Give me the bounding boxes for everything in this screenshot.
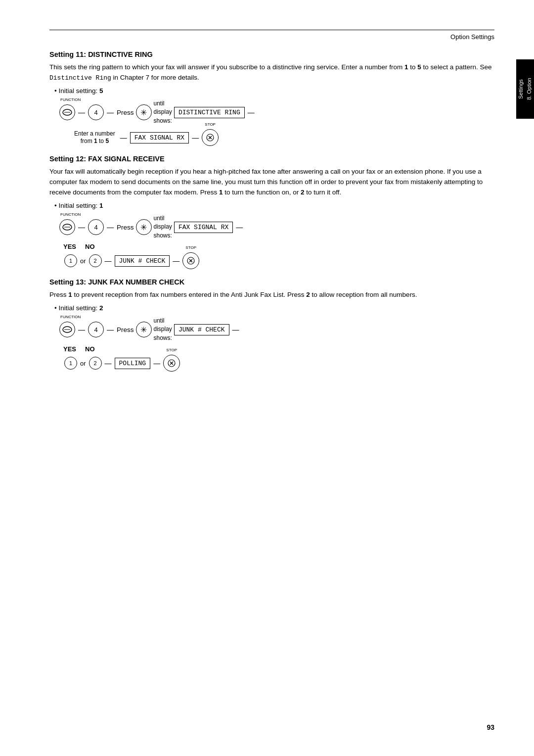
- setting12-or: or: [80, 257, 86, 265]
- page-number: 93: [487, 723, 494, 731]
- setting13-btn1: 1: [64, 357, 77, 370]
- setting11-stop-btn: [202, 129, 219, 146]
- setting11-display-box1: DISTINCTIVE RING: [174, 107, 245, 118]
- setting13-section: Setting 13: JUNK FAX NUMBER CHECK Press …: [49, 278, 494, 372]
- setting11-section: Setting 11: DISTINCTIVE RING This sets t…: [49, 50, 494, 146]
- stop-icon2: [186, 256, 195, 265]
- setting12-section: Setting 12: FAX SIGNAL RECEIVE Your fax …: [49, 155, 494, 269]
- setting12-row2: 1 or 2 — JUNK # CHECK — STOP: [64, 252, 494, 269]
- setting11-stop-container: STOP: [202, 129, 219, 146]
- setting12-yes: YES: [63, 243, 76, 250]
- setting11-enter-label: Enter a number from 1 to 5: [74, 130, 115, 145]
- setting13-stop-container: STOP: [163, 355, 180, 372]
- setting11-diagram: FUNCTION — 4 — Press ✳: [59, 99, 494, 146]
- setting13-heading: Setting 13: JUNK FAX NUMBER CHECK: [49, 278, 494, 286]
- setting13-btn4: 4: [88, 322, 104, 337]
- setting13-func-group: FUNCTION: [59, 322, 75, 337]
- setting11-body: This sets the ring pattern to which your…: [49, 62, 494, 83]
- setting12-body: Your fax will automatically begin recept…: [49, 167, 494, 198]
- setting12-star-btn: ✳: [136, 219, 152, 235]
- setting12-stop-container: STOP: [182, 252, 199, 269]
- setting13-uds: until display shows:: [154, 317, 172, 342]
- setting11-initial: • Initial setting: 5: [54, 87, 494, 94]
- setting12-uds: until display shows:: [154, 214, 172, 240]
- dash4: —: [120, 134, 127, 142]
- setting12-press-label: Press: [117, 224, 134, 231]
- setting11-func-group: FUNCTION: [59, 104, 75, 120]
- setting12-yesno: YES NO: [63, 243, 494, 250]
- setting12-func-group: FUNCTION: [59, 219, 75, 235]
- setting13-press-label: Press: [117, 326, 134, 333]
- side-tab-line2: Settings: [518, 79, 524, 99]
- setting13-yes: YES: [63, 345, 76, 353]
- setting13-body: Press 1 to prevent reception from fax nu…: [49, 290, 494, 300]
- header-line: [49, 30, 494, 30]
- setting11-row1: FUNCTION — 4 — Press ✳: [59, 99, 494, 125]
- setting11-star-btn: ✳: [136, 104, 152, 120]
- setting12-display-box2: JUNK # CHECK: [115, 255, 170, 267]
- setting12-display-box1: FAX SIGNAL RX: [174, 222, 233, 233]
- func-icon: [62, 109, 72, 116]
- setting13-stop-label: STOP: [166, 348, 177, 352]
- page-container: Settings 8. Option Option Settings Setti…: [0, 0, 534, 756]
- setting12-initial: • Initial setting: 1: [54, 202, 494, 209]
- setting11-stop-label: STOP: [205, 122, 216, 127]
- setting12-row1: FUNCTION — 4 — Press ✳ until: [59, 214, 494, 240]
- func-icon2: [62, 224, 72, 231]
- stop-icon3: [167, 359, 176, 368]
- setting12-stop-btn: [182, 252, 199, 269]
- setting12-no: NO: [85, 243, 95, 250]
- func-icon3: [62, 326, 72, 333]
- setting12-btn1: 1: [64, 254, 77, 267]
- setting11-func-label: FUNCTION: [60, 97, 81, 102]
- side-tab-line1: 8. Option: [526, 78, 533, 100]
- setting13-row1: FUNCTION — 4 — Press ✳ until: [59, 317, 494, 342]
- setting13-yesno: YES NO: [63, 345, 494, 353]
- setting11-display-box2: FAX SIGNAL RX: [130, 132, 189, 143]
- side-tab: Settings 8. Option: [516, 59, 534, 119]
- setting13-row2: 1 or 2 — POLLING — STOP: [64, 355, 494, 372]
- setting12-func-btn: [59, 219, 75, 235]
- setting11-press-label: Press: [117, 109, 134, 116]
- setting12-btn4: 4: [88, 219, 104, 235]
- setting11-func-btn: [59, 104, 75, 120]
- dash5: —: [192, 134, 199, 142]
- dash2: —: [107, 108, 114, 116]
- setting12-func-label: FUNCTION: [60, 212, 81, 217]
- setting13-diagram: FUNCTION — 4 — Press ✳ until: [59, 317, 494, 372]
- setting13-display-box2: POLLING: [115, 358, 151, 369]
- dash3: —: [248, 108, 255, 116]
- setting11-uds: until display shows:: [154, 99, 172, 125]
- setting11-heading: Setting 11: DISTINCTIVE RING: [49, 50, 494, 58]
- setting11-btn4: 4: [88, 104, 104, 120]
- setting11-row2: Enter a number from 1 to 5 — FAX SIGNAL …: [74, 129, 494, 146]
- header-section-label: Option Settings: [49, 33, 494, 41]
- setting13-btn2: 2: [89, 357, 102, 370]
- setting13-star-btn: ✳: [136, 322, 152, 337]
- setting13-func-label: FUNCTION: [60, 315, 81, 319]
- setting13-stop-btn: [163, 355, 180, 372]
- setting13-display-box1: JUNK # CHECK: [174, 324, 229, 335]
- stop-icon: [206, 133, 215, 142]
- setting13-initial: • Initial setting: 2: [54, 304, 494, 312]
- setting12-btn2: 2: [89, 254, 102, 267]
- setting12-diagram: FUNCTION — 4 — Press ✳ until: [59, 214, 494, 269]
- setting13-no: NO: [85, 345, 95, 353]
- setting12-heading: Setting 12: FAX SIGNAL RECEIVE: [49, 155, 494, 163]
- setting13-func-btn: [59, 322, 75, 337]
- setting13-or: or: [80, 360, 86, 367]
- setting12-stop-label: STOP: [185, 245, 196, 250]
- dash1: —: [78, 108, 85, 116]
